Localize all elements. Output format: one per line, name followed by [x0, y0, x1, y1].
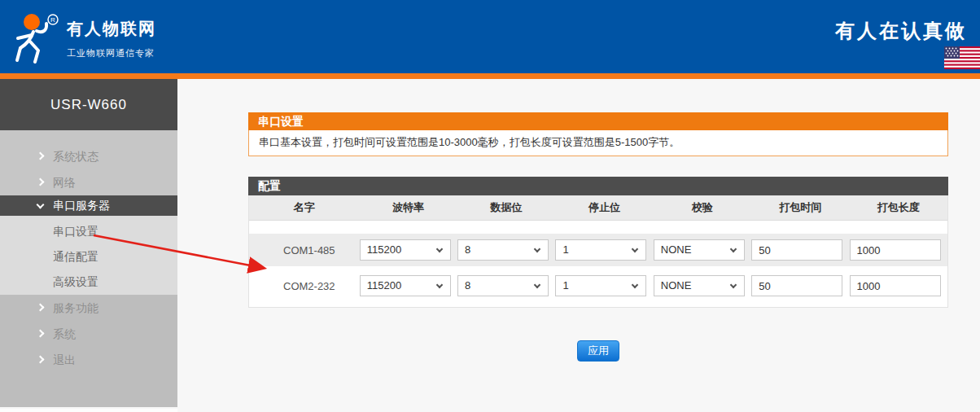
column-header-parity: 校验 — [654, 200, 751, 215]
table-title: 配置 — [248, 177, 948, 195]
column-header-name: 名字 — [249, 200, 359, 215]
header-bar: R 有人物联网 工业物联网通信专家 有人在认真做 — [0, 0, 980, 73]
table-footer-padding — [249, 298, 947, 307]
row-name: COM2-232 — [249, 280, 360, 292]
chevron-down-icon — [632, 246, 638, 252]
sidebar-item-comm-config[interactable]: 通信配置 — [0, 244, 177, 270]
sidebar-item-label: 系统状态 — [53, 150, 98, 163]
device-name: USR-W660 — [0, 79, 177, 130]
running-person-logo-icon: R — [10, 11, 60, 64]
chevron-down-icon — [435, 246, 442, 252]
sidebar-item-label: 串口设置 — [53, 225, 98, 238]
sidebar-item-label: 通信配置 — [53, 250, 98, 263]
sidebar-item-service-functions[interactable]: 服务功能 — [0, 295, 177, 321]
column-header-baud: 波特率 — [359, 200, 457, 215]
sidebar-item-label: 高级设置 — [53, 275, 98, 288]
selected-value: 1 — [562, 279, 568, 291]
sidebar-bottom-strip — [0, 409, 177, 412]
column-header-databits: 数据位 — [457, 200, 555, 215]
packlength-input[interactable] — [850, 239, 941, 261]
table-row-com1: COM1-485 115200 8 1 NONE — [249, 234, 947, 266]
table-spacer — [249, 221, 947, 234]
sidebar-item-advanced-settings[interactable]: 高级设置 — [0, 270, 177, 295]
packlength-input[interactable] — [850, 275, 941, 296]
stopbits-select[interactable]: 1 — [555, 275, 646, 296]
sidebar-item-label: 服务功能 — [53, 301, 98, 314]
selected-value: 1 — [562, 243, 568, 256]
table-spacer — [249, 266, 947, 274]
config-table: 配置 名字 波特率 数据位 停止位 校验 打包时间 打包长度 COM1-485 … — [248, 177, 948, 308]
sidebar-item-logout[interactable]: 退出 — [0, 347, 177, 373]
baud-select[interactable]: 115200 — [360, 275, 451, 296]
chevron-down-icon — [534, 282, 540, 288]
apply-button[interactable]: 应用 — [577, 340, 619, 362]
column-header-packtime: 打包时间 — [751, 200, 849, 215]
chevron-down-icon — [730, 282, 737, 288]
sidebar-item-label: 串口服务器 — [53, 199, 110, 212]
header-slogan: 有人在认真做 — [835, 18, 967, 44]
logo-subtitle: 工业物联网通信专家 — [67, 47, 156, 59]
chevron-down-icon — [730, 246, 737, 252]
packtime-input[interactable] — [751, 275, 842, 296]
column-header-stopbits: 停止位 — [555, 200, 653, 215]
panel-title: 串口设置 — [248, 112, 948, 130]
column-header-packlength: 打包长度 — [850, 200, 947, 215]
header-orange-stripe — [0, 73, 980, 79]
panel-description: 串口基本设置，打包时间可设置范围是10-3000毫秒，打包长度可设置范围是5-1… — [248, 130, 948, 156]
chevron-down-icon — [632, 282, 638, 288]
packtime-input[interactable] — [751, 239, 842, 261]
us-flag-icon[interactable] — [944, 46, 980, 69]
sidebar-item-label: 系统 — [53, 327, 76, 340]
chevron-down-icon — [534, 246, 540, 252]
logo-title: 有人物联网 — [67, 18, 156, 40]
stopbits-select[interactable]: 1 — [555, 239, 646, 261]
sidebar-item-label: 退出 — [53, 353, 76, 366]
table-header-row: 名字 波特率 数据位 停止位 校验 打包时间 打包长度 — [249, 195, 947, 221]
table-row-com2: COM2-232 115200 8 1 NONE — [249, 274, 947, 298]
sidebar-item-system-status[interactable]: 系统状态 — [0, 143, 177, 169]
selected-value: NONE — [661, 279, 692, 291]
chevron-right-icon — [37, 152, 45, 160]
chevron-right-icon — [37, 178, 45, 186]
row-name: COM1-485 — [249, 244, 360, 256]
chevron-right-icon — [37, 356, 45, 364]
databits-select[interactable]: 8 — [457, 239, 549, 261]
selected-value: 115200 — [367, 279, 401, 291]
chevron-right-icon — [37, 304, 45, 312]
chevron-down-icon — [37, 201, 45, 209]
registered-mark: R — [50, 16, 55, 24]
serial-settings-panel: 串口设置 串口基本设置，打包时间可设置范围是10-3000毫秒，打包长度可设置范… — [248, 112, 948, 156]
chevron-down-icon — [435, 282, 442, 288]
databits-select[interactable]: 8 — [457, 275, 549, 296]
sidebar-item-serial-server[interactable]: 串口服务器 — [0, 195, 177, 216]
logo-link[interactable]: R 有人物联网 工业物联网通信专家 — [10, 11, 156, 64]
sidebar: USR-W660 系统状态 网络 串口服务器 串口设置 通信配置 高级设置 服务… — [0, 79, 177, 409]
selected-value: NONE — [661, 243, 692, 256]
sidebar-item-serial-settings[interactable]: 串口设置 — [0, 219, 177, 244]
parity-select[interactable]: NONE — [654, 275, 745, 296]
parity-select[interactable]: NONE — [654, 239, 745, 261]
sidebar-item-system[interactable]: 系统 — [0, 321, 177, 347]
selected-value: 115200 — [367, 243, 401, 256]
selected-value: 8 — [465, 279, 470, 291]
selected-value: 8 — [465, 243, 470, 256]
baud-select[interactable]: 115200 — [360, 239, 451, 261]
chevron-right-icon — [37, 330, 45, 338]
sidebar-item-network[interactable]: 网络 — [0, 169, 177, 195]
sidebar-item-label: 网络 — [53, 176, 76, 189]
